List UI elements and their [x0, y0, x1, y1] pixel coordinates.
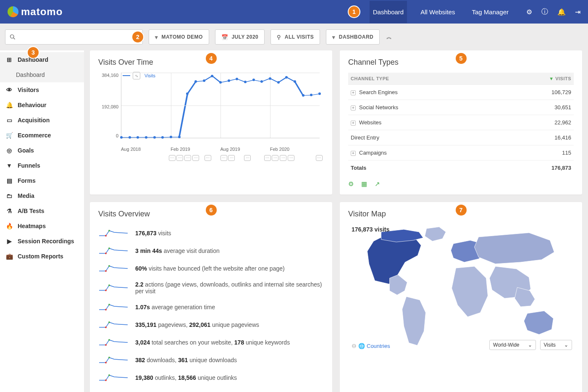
chart-plot	[121, 73, 320, 138]
sidebar-item-visitors[interactable]: 👁Visitors	[0, 82, 84, 97]
info-icon[interactable]: ⓘ	[541, 8, 548, 16]
sparkline	[98, 283, 129, 293]
brand-name: matomo	[21, 6, 63, 18]
sidebar-item-goals[interactable]: ◎Goals	[0, 143, 84, 158]
sidebar-item-forms[interactable]: ▤Forms	[0, 173, 84, 188]
overview-row: 176,873 visits	[98, 224, 324, 242]
sidebar-item-behaviour[interactable]: 🔔Behaviour	[0, 97, 84, 113]
globe-icon: 🌐	[358, 343, 365, 349]
svg-point-2	[108, 247, 110, 249]
nav-tag-manager[interactable]: Tag Manager	[468, 1, 512, 23]
visits-chart[interactable]: ∿ Visits 384,160 192,080 0	[98, 73, 324, 153]
annotation-icon[interactable]: ⋯	[280, 155, 286, 161]
annotation-icon[interactable]: ⋯	[228, 155, 235, 161]
annotation-bubble-2: 2	[132, 32, 143, 42]
map-metric-select[interactable]: Visits⌄	[540, 340, 572, 350]
annotation-icon[interactable]: ⋯	[288, 155, 294, 161]
selector-row: 2 ▾MATOMO DEMO 📅JULY 2020 ⚲ALL VISITS ▾D…	[0, 24, 588, 50]
search-icon	[10, 34, 16, 40]
settings-icon[interactable]: ⚙	[526, 8, 532, 16]
map-countries-link[interactable]: ⊖ 🌐 Countries	[352, 342, 390, 349]
sidebar-item-heatmaps[interactable]: 🔥Heatmaps	[0, 218, 84, 234]
sidebar-icon: ▤	[6, 177, 13, 184]
sparkline	[98, 302, 129, 312]
collapse-icon[interactable]: ︽	[386, 33, 392, 41]
sidebar-item-custom-reports[interactable]: 💼Custom Reports	[0, 249, 84, 264]
sidebar-item-label: Acquisition	[18, 117, 50, 124]
period-selector[interactable]: 📅JULY 2020	[215, 29, 265, 45]
sidebar-item-label: Visitors	[18, 87, 39, 93]
annotation-bubble-5: 5	[456, 53, 467, 64]
sidebar-item-dashboard[interactable]: Dashboard	[0, 67, 84, 82]
visitor-map[interactable]: 176,873 visits	[348, 224, 574, 352]
expand-icon[interactable]: +	[351, 105, 356, 110]
segment-selector[interactable]: ⚲ALL VISITS	[270, 29, 320, 45]
sidebar-icon: ▶	[6, 238, 13, 245]
search-box[interactable]: 2	[5, 29, 143, 45]
table-row[interactable]: +Search Engines106,729	[348, 85, 574, 100]
logo[interactable]: matomo	[8, 6, 63, 18]
annotation-icon[interactable]: ⋯	[205, 155, 211, 161]
annotation-bubble-1: 1	[349, 6, 360, 17]
chevron-down-icon: ⌄	[528, 342, 532, 348]
svg-point-7	[105, 289, 107, 291]
notification-icon[interactable]: 🔔	[557, 8, 566, 16]
table-row[interactable]: +Websites22,962	[348, 115, 574, 130]
sidebar-item-label: Behaviour	[18, 102, 46, 108]
svg-point-0	[108, 230, 110, 232]
sparkline	[98, 390, 129, 392]
annotation-icon[interactable]: ⋯	[272, 155, 278, 161]
col-channel[interactable]: CHANNEL TYPE	[348, 73, 497, 85]
svg-point-6	[108, 284, 110, 286]
sidebar-item-funnels[interactable]: ▼Funnels	[0, 158, 84, 173]
sidebar-item-label: Session Recordings	[18, 238, 74, 245]
map-summary: 176,873 visits	[352, 226, 389, 233]
col-visits[interactable]: ▼ VISITS	[497, 73, 574, 85]
annotation-icon[interactable]: ⋯	[169, 155, 176, 161]
sidebar-item-label: Ecommerce	[18, 132, 51, 139]
nav-dashboard[interactable]: Dashboard	[370, 1, 407, 23]
expand-icon[interactable]: +	[351, 121, 356, 126]
sidebar-icon: ▭	[6, 117, 13, 124]
logout-icon[interactable]: ⇥	[575, 8, 580, 16]
annotation-icon[interactable]: ⋯	[184, 155, 191, 161]
dashboard-selector[interactable]: ▾DASHBOARD	[326, 29, 380, 45]
overview-row: 335,191 pageviews, 292,061 unique pagevi…	[98, 316, 324, 334]
nav-all-websites[interactable]: All Websites	[417, 1, 458, 23]
sidebar-item-ecommerce[interactable]: 🛒Ecommerce	[0, 128, 84, 143]
table-icon[interactable]: ▦	[361, 180, 367, 188]
site-selector[interactable]: ▾MATOMO DEMO	[149, 29, 209, 45]
annotation-bubble-4: 4	[206, 53, 217, 64]
sidebar-item-label: Heatmaps	[18, 223, 46, 229]
table-row[interactable]: Direct Entry16,416	[348, 130, 574, 145]
dropdown-icon: ▾	[332, 34, 336, 40]
annotation-icon[interactable]: ⋯	[220, 155, 227, 161]
annotation-icon[interactable]: ⋯	[192, 155, 199, 161]
sidebar-item-label: A/B Tests	[18, 208, 45, 214]
svg-point-9	[105, 309, 107, 310]
chevron-down-icon: ⌄	[564, 342, 568, 348]
map-region-select[interactable]: World-Wide⌄	[489, 340, 536, 350]
annotation-icon[interactable]: ⋯	[244, 155, 251, 161]
svg-point-14	[108, 357, 110, 358]
expand-icon[interactable]: +	[351, 90, 356, 95]
sidebar-item-acquisition[interactable]: ▭Acquisition	[0, 113, 84, 128]
sidebar-item-media[interactable]: 🗀Media	[0, 188, 84, 203]
table-row[interactable]: +Campaigns115	[348, 145, 574, 160]
sidebar-item-session-recordings[interactable]: ▶Session Recordings	[0, 234, 84, 249]
zoom-out-icon[interactable]: ⊖	[352, 342, 357, 349]
svg-point-11	[105, 326, 107, 328]
annotation-icon[interactable]: ⋯	[264, 155, 271, 161]
settings-icon[interactable]: ⚙	[348, 180, 354, 188]
annotation-icon[interactable]: ⋯	[316, 155, 323, 161]
expand-icon[interactable]: +	[351, 151, 356, 156]
table-row[interactable]: +Social Networks30,651	[348, 100, 574, 115]
overview-row: 60% visits have bounced (left the websit…	[98, 260, 324, 277]
export-icon[interactable]: ↗	[375, 180, 380, 188]
overview-row: 3,024 total searches on your website, 17…	[98, 334, 324, 351]
sidebar-item-dashboard[interactable]: ⊞Dashboard	[0, 52, 84, 67]
sidebar-item-a-b-tests[interactable]: ⚗A/B Tests	[0, 203, 84, 218]
sidebar-icon: 🗀	[6, 192, 13, 199]
annotation-icon[interactable]: ⋯	[176, 155, 183, 161]
sparkline	[98, 337, 129, 347]
